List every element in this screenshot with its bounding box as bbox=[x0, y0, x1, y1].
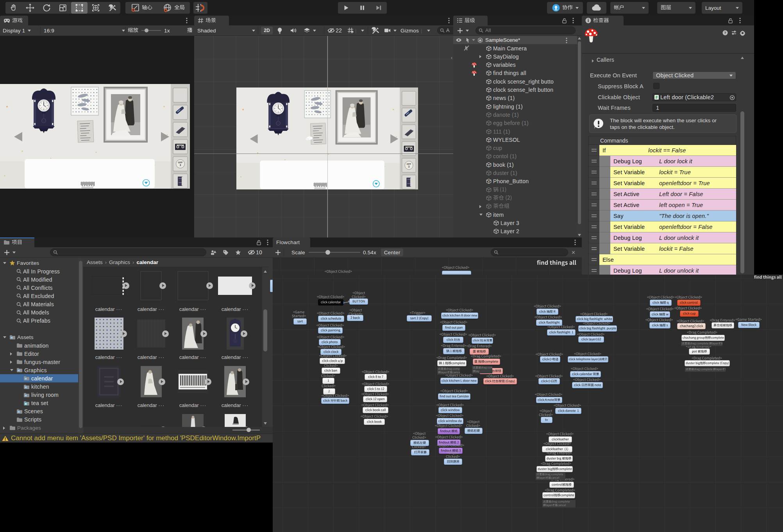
hierarchy-row[interactable]: 111 (1) bbox=[453, 127, 572, 136]
thumbnail-size-slider[interactable] bbox=[232, 430, 260, 430]
flowchart-node[interactable] bbox=[319, 339, 341, 345]
tab-inspector[interactable] bbox=[582, 16, 624, 25]
command-row[interactable]: Iflockit == False bbox=[589, 145, 736, 156]
flowchart-node[interactable] bbox=[323, 388, 335, 395]
clickable-object-field[interactable]: # Left door (Clickable2 bbox=[652, 93, 736, 101]
flowchart-kebab-icon[interactable] bbox=[574, 239, 576, 245]
asset-cell[interactable]: calendar ··· bbox=[218, 414, 252, 428]
play-overlay-icon[interactable] bbox=[159, 378, 165, 385]
flowchart-node[interactable] bbox=[542, 492, 575, 498]
collab-dropdown[interactable] bbox=[547, 2, 583, 14]
hierarchy-scene-row[interactable]: SampleScene* bbox=[453, 36, 577, 44]
rotate-tool-button[interactable] bbox=[38, 2, 55, 14]
project-tree-row[interactable]: fungus-master bbox=[0, 358, 60, 366]
hierarchy-row[interactable]: duster (1) bbox=[453, 169, 572, 177]
command-row[interactable]: Set Variableopenleftdoor = True bbox=[589, 178, 736, 189]
flowchart-node-partial[interactable] bbox=[442, 271, 471, 275]
flowchart-node[interactable] bbox=[536, 309, 558, 315]
asset-cell[interactable]: calendar ··· bbox=[92, 270, 126, 295]
flowchart-node[interactable] bbox=[363, 407, 388, 413]
inspector-kebab-icon[interactable] bbox=[739, 18, 741, 23]
hierarchy-row[interactable] bbox=[453, 194, 572, 202]
project-tree-row[interactable]: All In Progress bbox=[0, 267, 60, 275]
project-tree-row[interactable]: kitchen bbox=[0, 383, 49, 391]
flowchart-node[interactable] bbox=[568, 356, 608, 362]
account-dropdown[interactable] bbox=[610, 2, 649, 14]
flowchart-node[interactable] bbox=[320, 358, 345, 364]
flowchart-node[interactable] bbox=[438, 393, 470, 400]
step-button[interactable] bbox=[370, 2, 387, 14]
asset-cell[interactable]: calendar ··· bbox=[176, 414, 210, 428]
inspector-scrollbar[interactable] bbox=[740, 55, 745, 275]
flowchart-node[interactable] bbox=[318, 327, 343, 334]
project-tree-row[interactable]: Scripts bbox=[0, 416, 41, 424]
play-overlay-icon[interactable] bbox=[117, 378, 124, 385]
flowchart-canvas[interactable] bbox=[273, 275, 783, 532]
command-drag-handle[interactable] bbox=[589, 167, 599, 178]
flowchart-node[interactable] bbox=[570, 371, 601, 377]
command-drag-handle[interactable] bbox=[589, 178, 599, 189]
play-overlay-icon[interactable] bbox=[120, 330, 127, 337]
flowchart-node[interactable] bbox=[536, 397, 562, 403]
asset-cell[interactable]: calendar ··· bbox=[176, 318, 210, 350]
asset-cell[interactable]: calendar ··· bbox=[176, 270, 210, 301]
tab-game[interactable] bbox=[0, 16, 28, 25]
pick-icon[interactable] bbox=[465, 37, 471, 43]
flowchart-node[interactable] bbox=[649, 322, 670, 328]
project-tree-row[interactable]: calendar bbox=[0, 374, 53, 382]
flowchart-node[interactable] bbox=[572, 382, 603, 388]
flowchart-node-sliver[interactable] bbox=[270, 280, 273, 292]
project-tree-row[interactable]: tea set bbox=[0, 399, 48, 407]
flowchart-node[interactable] bbox=[681, 335, 725, 341]
play-overlay-icon[interactable] bbox=[123, 282, 129, 289]
tab-hierarchy[interactable] bbox=[453, 16, 488, 25]
favorites-star-icon[interactable] bbox=[235, 247, 241, 257]
play-overlay-icon[interactable] bbox=[206, 282, 213, 289]
hierarchy-row[interactable]: news (1) bbox=[453, 94, 572, 102]
layout-dropdown[interactable]: Layout bbox=[702, 2, 742, 14]
command-row[interactable]: Debug LogL door unlock it bbox=[589, 232, 736, 243]
asset-cell[interactable]: calendar ··· bbox=[218, 270, 252, 295]
hierarchy-kebab-icon[interactable] bbox=[572, 18, 574, 23]
pivot-toggle-button[interactable] bbox=[125, 2, 157, 14]
flowchart-node[interactable] bbox=[438, 428, 460, 434]
flowchart-node[interactable] bbox=[576, 316, 613, 322]
project-tree-row[interactable]: All Prefabs bbox=[0, 317, 50, 325]
flowchart-node[interactable] bbox=[443, 348, 465, 354]
breadcrumb-assets[interactable]: Assets bbox=[87, 259, 103, 265]
flowchart-node[interactable] bbox=[578, 336, 604, 343]
project-tree-row[interactable]: Packages bbox=[0, 424, 41, 432]
flowchart-node[interactable] bbox=[407, 315, 432, 321]
flowchart-node[interactable] bbox=[444, 459, 462, 465]
flowchart-node[interactable] bbox=[473, 359, 500, 365]
rect-tool-button[interactable] bbox=[71, 2, 88, 14]
hierarchy-search-input[interactable]: All bbox=[476, 27, 576, 34]
display-dropdown[interactable]: Display 1 bbox=[3, 25, 31, 36]
project-tree-row[interactable]: All Materials bbox=[0, 300, 54, 309]
scale-slider[interactable] bbox=[309, 247, 360, 257]
game-kebab-icon[interactable] bbox=[186, 18, 188, 23]
asset-cell[interactable]: calendar ··· bbox=[218, 366, 252, 397]
flowchart-node[interactable] bbox=[650, 311, 670, 318]
scene-collapse-chevron[interactable]: ‹ bbox=[451, 55, 452, 61]
hand-tool-button[interactable] bbox=[5, 2, 22, 14]
status-bar[interactable]: Cannot add menu item 'Assets/PSD Importe… bbox=[0, 434, 273, 443]
command-row[interactable]: Set Variablelockit = False bbox=[589, 243, 736, 254]
asset-cell[interactable]: calendar ··· bbox=[218, 318, 252, 350]
asset-cell[interactable]: calendar ··· bbox=[92, 366, 126, 397]
play-overlay-icon[interactable] bbox=[249, 282, 256, 289]
scene-row-kebab-icon[interactable] bbox=[566, 37, 567, 43]
command-row[interactable]: Debug LogL door unlock it bbox=[589, 265, 736, 275]
project-tree-row[interactable]: All Models bbox=[0, 309, 49, 317]
search-by-type-icon[interactable] bbox=[210, 247, 217, 257]
flowchart-node[interactable] bbox=[547, 329, 576, 336]
project-search-input[interactable] bbox=[50, 248, 206, 256]
hierarchy-row[interactable]: variables bbox=[453, 61, 572, 69]
aspect-dropdown[interactable]: 16:9 bbox=[44, 25, 125, 36]
wait-frames-input[interactable]: 1 bbox=[652, 104, 736, 112]
asset-cell[interactable]: calendar ··· bbox=[134, 270, 168, 301]
zoom-slider[interactable] bbox=[141, 25, 161, 36]
callers-label[interactable]: Callers bbox=[597, 57, 614, 63]
project-tree-row[interactable]: Favorites bbox=[0, 259, 39, 267]
move-tool-button[interactable] bbox=[22, 2, 38, 14]
